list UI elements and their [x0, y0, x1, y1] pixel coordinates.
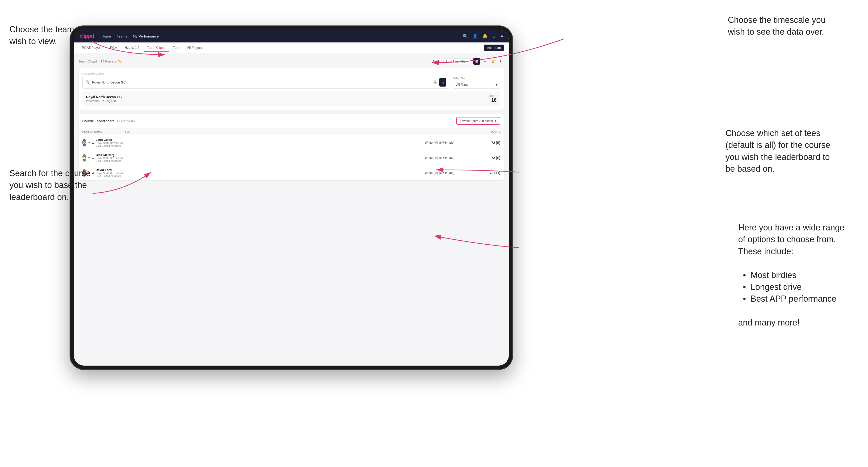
- settings-icon[interactable]: ⊙: [492, 33, 496, 39]
- search-section: Find a Golf Course 🔍 ✕ ☆ Select Tee All …: [79, 68, 504, 110]
- rank-1: 1: [92, 141, 94, 144]
- chevron-down-icon: ▾: [496, 83, 497, 87]
- player-info-2: Blair McHarg Royal North Devon Golf Club…: [96, 153, 125, 162]
- course-search-input[interactable]: [92, 81, 431, 84]
- person-icon[interactable]: 👤: [472, 33, 478, 39]
- heart-icon-1[interactable]: ♥: [88, 141, 90, 144]
- course-result[interactable]: Royal North Devon GC Westward Ho!, Engla…: [82, 92, 500, 106]
- annotation-options: Here you have a wide rangeof options to …: [738, 222, 844, 329]
- find-course-label: Find a Golf Course: [82, 72, 450, 75]
- leaderboard-title: Course Leaderboard: [82, 119, 115, 123]
- nav-right: 🔍 👤 🔔 ⊙ ●: [463, 33, 503, 39]
- nav-bar: clippd Home Teams My Performance 🔍 👤 🔔 ⊙…: [74, 30, 509, 42]
- chevron-down-icon: ▾: [495, 119, 497, 123]
- holes-badge: Holes 18: [489, 95, 497, 103]
- table-row: JC ♥ 1 Josh Coles Royal North Devon Golf…: [79, 135, 504, 150]
- show-label: Show:: [433, 60, 441, 63]
- download-icon[interactable]: ⬇: [497, 58, 504, 65]
- col-tee: TEE: [125, 130, 425, 133]
- content-area: Team Clippd | 14 Players ✏️ Show: Last 3…: [74, 53, 509, 366]
- avatar-2: BM: [82, 154, 86, 161]
- search-icon: 🔍: [85, 80, 90, 85]
- clear-search-button[interactable]: ✕: [433, 80, 437, 85]
- leaderboard-section: Course Leaderboard , Last 3 months Lowes…: [79, 114, 504, 180]
- tee-cell-2: White (M) (6,744 yds): [425, 156, 472, 159]
- grid-view-icon[interactable]: ⊞: [473, 58, 480, 65]
- course-search-field: Find a Golf Course 🔍 ✕ ☆: [82, 72, 450, 89]
- nav-teams[interactable]: Teams: [117, 34, 127, 38]
- heart-icon-2[interactable]: ♥: [88, 156, 90, 159]
- team-header: Team Clippd | 14 Players ✏️ Show: Last 3…: [79, 58, 504, 65]
- player-count: | 14 Players: [99, 59, 116, 63]
- col-player: PLAYER NAME: [82, 130, 125, 133]
- chevron-down-icon: ▾: [467, 60, 468, 63]
- sub-nav-hcaps[interactable]: Hcaps 1-5: [121, 44, 143, 52]
- trophy-icon[interactable]: 🏆: [489, 58, 496, 65]
- player-name-2: Blair McHarg: [96, 153, 125, 157]
- sub-nav-all-players[interactable]: All Players: [184, 44, 206, 52]
- team-name: Team Clippd: [79, 59, 97, 63]
- table-row: BM ♥ 1 Blair McHarg Royal North Devon Go…: [79, 150, 504, 165]
- rank-3: 3: [92, 171, 94, 175]
- player-info-1: Josh Coles Royal North Devon Golf Club, …: [96, 138, 125, 147]
- annotation-search: Search for the courseyou wish to base th…: [9, 167, 91, 203]
- holes-label: Holes: [489, 95, 497, 97]
- tee-dropdown[interactable]: All Tees ▾: [453, 81, 500, 89]
- table-row: DF ♥ 3 David Ford Royal North Devon Golf…: [79, 165, 504, 180]
- edit-team-icon[interactable]: ✏️: [118, 60, 122, 63]
- score-cell-2: 72 (E): [472, 156, 500, 160]
- tee-cell-1: White (M) (6,744 yds): [425, 141, 472, 144]
- annotation-team: Choose the team youwish to view.: [9, 24, 90, 48]
- sub-nav: PGAT Players PGA Hcaps 1-5 Team Clippd T…: [74, 42, 509, 53]
- course-location: Westward Ho!, England: [86, 99, 122, 102]
- show-controls: Show: Last 3 months ▾ ⊞ ≡ 🏆 ⬇: [433, 58, 504, 65]
- list-view-icon[interactable]: ≡: [482, 58, 488, 65]
- col-score: SCORE: [472, 130, 500, 133]
- sub-nav-pga[interactable]: PGA: [106, 44, 120, 52]
- course-name: Royal North Devon GC: [86, 95, 122, 99]
- time-period-dropdown[interactable]: Last 3 months ▾: [443, 59, 471, 64]
- view-icons: ⊞ ≡ 🏆 ⬇: [473, 58, 504, 65]
- nav-my-performance[interactable]: My Performance: [133, 34, 159, 38]
- sub-nav-team-clippd[interactable]: Team Clippd: [144, 44, 169, 52]
- sub-nav-tour[interactable]: Tour: [170, 44, 183, 52]
- leaderboard-subtitle: , Last 3 months: [116, 120, 135, 123]
- player-info-3: David Ford Royal North Devon Golf Club, …: [96, 168, 125, 177]
- leaderboard-table: PLAYER NAME TEE SCORE JC ♥ 1 Josh Coles: [79, 128, 504, 180]
- user-avatar-icon[interactable]: ●: [500, 34, 503, 39]
- annotation-timescale: Choose the timescale youwish to see the …: [728, 14, 826, 38]
- holes-number: 18: [489, 97, 497, 103]
- nav-links: Home Teams My Performance: [102, 34, 159, 38]
- player-name-1: Josh Coles: [96, 138, 125, 142]
- search-row: Find a Golf Course 🔍 ✕ ☆ Select Tee All …: [82, 72, 500, 89]
- rank-2: 1: [92, 156, 94, 159]
- player-cell-1: JC ♥ 1 Josh Coles Royal North Devon Golf…: [82, 138, 125, 147]
- search-input-wrapper: 🔍 ✕ ☆: [82, 76, 450, 89]
- player-club-3: Royal North Devon Golf Club, United King…: [96, 172, 125, 177]
- player-cell-2: BM ♥ 1 Blair McHarg Royal North Devon Go…: [82, 153, 125, 162]
- avatar-1: JC: [82, 139, 86, 147]
- add-team-button[interactable]: Add Team: [484, 44, 504, 51]
- tee-cell-3: White (M) (6,744 yds): [425, 171, 472, 175]
- annotation-tees: Choose which set of tees(default is all)…: [725, 127, 830, 175]
- select-tee-label: Select Tee: [453, 77, 500, 80]
- tablet-screen: clippd Home Teams My Performance 🔍 👤 🔔 ⊙…: [74, 30, 509, 366]
- team-title: Team Clippd | 14 Players ✏️: [79, 59, 122, 63]
- tablet-frame: clippd Home Teams My Performance 🔍 👤 🔔 ⊙…: [69, 26, 513, 370]
- player-club-1: Royal North Devon Golf Club, United King…: [96, 142, 125, 147]
- leaderboard-title-group: Course Leaderboard , Last 3 months: [82, 119, 135, 123]
- score-cell-1: 72 (E): [472, 141, 500, 145]
- bell-icon[interactable]: 🔔: [483, 33, 488, 39]
- tee-select-wrapper: Select Tee All Tees ▾: [453, 77, 500, 89]
- nav-home[interactable]: Home: [102, 34, 111, 38]
- score-type-dropdown[interactable]: Lowest Score (18 holes) ▾: [456, 117, 500, 125]
- search-icon[interactable]: 🔍: [463, 33, 468, 39]
- leaderboard-header: Course Leaderboard , Last 3 months Lowes…: [79, 114, 504, 128]
- course-info: Royal North Devon GC Westward Ho!, Engla…: [86, 95, 122, 102]
- player-name-3: David Ford: [96, 168, 125, 172]
- player-club-2: Royal North Devon Golf Club, United King…: [96, 157, 125, 162]
- score-cell-3: 73 (+1): [472, 171, 500, 175]
- favourite-button[interactable]: ☆: [439, 78, 446, 87]
- table-header: PLAYER NAME TEE SCORE: [79, 128, 504, 135]
